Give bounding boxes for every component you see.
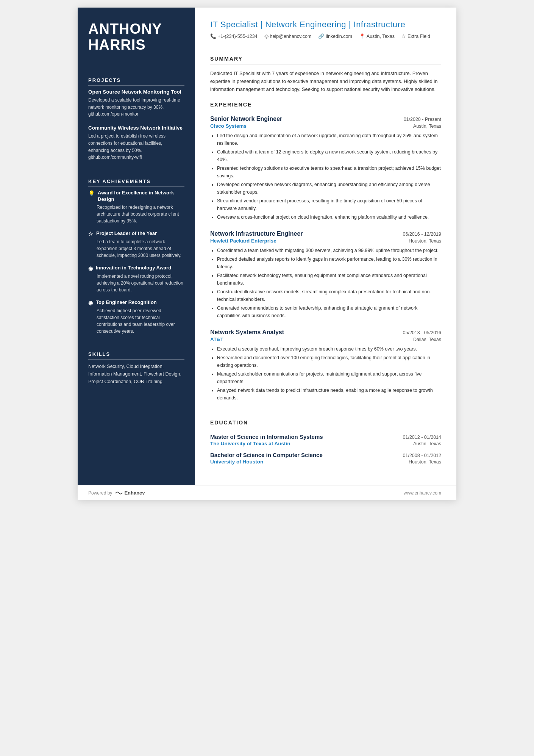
summary-section-label: SUMMARY	[210, 56, 441, 64]
skills-text: Network Security, Cloud Integration, Inf…	[88, 363, 184, 385]
experience-item-2: Network Infrastructure Engineer 06/2016 …	[210, 230, 441, 321]
main-header: IT Specialist | Network Engineering | In…	[210, 20, 441, 39]
achievement-title-2: Project Leader of the Year	[96, 230, 157, 237]
achievement-title-1: Award for Excellence in Network Design	[98, 190, 184, 203]
linkedin-icon: 🔗	[318, 33, 324, 39]
enhancv-logo: Enhancv	[115, 490, 145, 496]
exp-company-3: AT&T	[210, 337, 223, 342]
powered-by-label: Powered by	[88, 490, 112, 496]
exp-dates-2: 06/2016 - 12/2019	[403, 232, 441, 237]
exp-dates-1: 01/2020 - Present	[404, 117, 441, 122]
exp-location-3: Dallas, Texas	[413, 337, 441, 342]
exp-company-row-3: AT&T Dallas, Texas	[210, 337, 441, 342]
footer-right: www.enhancv.com	[404, 490, 441, 496]
contact-phone: 📞 +1-(234)-555-1234	[210, 33, 258, 39]
achievement-icon-1: 💡	[88, 190, 95, 197]
exp-location-1: Austin, Texas	[413, 124, 441, 129]
exp-job-title-1: Senior Network Engineer	[210, 116, 282, 122]
skills-section-label: SKILLS	[88, 351, 184, 360]
bullet: Streamlined vendor procurement processes…	[217, 197, 441, 212]
bullet: Analyzed network data trends to predict …	[217, 387, 441, 402]
project-title-2: Community Wireless Network Initiative	[88, 125, 184, 131]
edu-school-row-2: University of Houston Houston, Texas	[210, 459, 441, 465]
sidebar: ANTHONY HARRIS PROJECTS Open Source Netw…	[78, 8, 195, 485]
exp-job-title-2: Network Infrastructure Engineer	[210, 230, 303, 237]
achievement-header: ☆ Project Leader of the Year	[88, 230, 184, 237]
edu-degree-2: Bachelor of Science in Computer Science	[210, 452, 323, 458]
bullet: Generated recommendations to senior lead…	[217, 304, 441, 319]
education-section-label: EDUCATION	[210, 419, 441, 428]
exp-company-row-2: Hewlett Packard Enterprise Houston, Texa…	[210, 238, 441, 244]
achievement-item: ◉ Top Engineer Recognition Achieved high…	[88, 299, 184, 335]
phone-text: +1-(234)-555-1234	[218, 34, 258, 39]
projects-section-label: PROJECTS	[88, 77, 184, 86]
resume-wrapper: ANTHONY HARRIS PROJECTS Open Source Netw…	[78, 8, 456, 500]
exp-company-2: Hewlett Packard Enterprise	[210, 238, 276, 244]
bullet: Researched and documented over 100 emerg…	[217, 354, 441, 369]
project-item: Open Source Network Monitoring Tool Deve…	[88, 89, 184, 118]
edu-location-2: Houston, Texas	[409, 459, 441, 465]
location-text: Austin, Texas	[367, 34, 395, 39]
exp-company-row-1: Cisco Systems Austin, Texas	[210, 123, 441, 129]
website-text: www.enhancv.com	[404, 490, 441, 496]
brand-name: Enhancv	[124, 490, 145, 496]
exp-header-1: Senior Network Engineer 01/2020 - Presen…	[210, 116, 441, 122]
education-item-2: Bachelor of Science in Computer Science …	[210, 452, 441, 465]
project-title-1: Open Source Network Monitoring Tool	[88, 89, 184, 95]
bullet: Presented technology solutions to execut…	[217, 164, 441, 180]
bullet: Oversaw a cross-functional project on cl…	[217, 213, 441, 221]
experience-section-label: EXPERIENCE	[210, 102, 441, 110]
achievements-section-label: KEY ACHIEVEMENTS	[88, 178, 184, 187]
email-text: help@enhancv.com	[270, 34, 312, 39]
achievement-item: ◉ Innovation in Technology Award Impleme…	[88, 265, 184, 293]
bullet: Managed stakeholder communications for p…	[217, 370, 441, 385]
bullet: Constructed illustrative network models,…	[217, 288, 441, 303]
bullet: Coordinated a team tasked with migrating…	[217, 247, 441, 254]
phone-icon: 📞	[210, 33, 216, 39]
achievement-desc-4: Achieved highest peer-reviewed satisfact…	[88, 307, 184, 335]
project-desc-1: Developed a scalable tool improving real…	[88, 97, 184, 118]
bullet: Produced detailed analysis reports to id…	[217, 255, 441, 271]
achievement-item: ☆ Project Leader of the Year Led a team …	[88, 230, 184, 259]
email-icon: ◎	[264, 33, 269, 39]
achievement-icon-4: ◉	[88, 299, 93, 306]
logo-icon	[115, 490, 123, 496]
exp-bullets-2: Coordinated a team tasked with migrating…	[210, 247, 441, 319]
edu-school-1: The University of Texas at Austin	[210, 441, 290, 446]
candidate-name: ANTHONY HARRIS	[88, 21, 184, 53]
linkedin-text: linkedin.com	[326, 34, 352, 39]
edu-degree-1: Master of Science in Information Systems	[210, 434, 323, 440]
exp-company-1: Cisco Systems	[210, 123, 247, 129]
edu-dates-2: 01/2008 - 01/2012	[403, 453, 441, 458]
resume-body: ANTHONY HARRIS PROJECTS Open Source Netw…	[78, 8, 456, 485]
project-desc-2: Led a project to establish free wireless…	[88, 133, 184, 161]
exp-header-2: Network Infrastructure Engineer 06/2016 …	[210, 230, 441, 237]
bullet: Facilitated network technology tests, en…	[217, 272, 441, 287]
achievement-desc-1: Recognized for redesigning a network arc…	[88, 204, 184, 224]
footer-left: Powered by Enhancv	[88, 490, 145, 496]
exp-bullets-3: Executed a security overhaul, improving …	[210, 345, 441, 402]
name-line1: ANTHONY	[88, 21, 162, 37]
edu-school-row-1: The University of Texas at Austin Austin…	[210, 441, 441, 446]
edu-dates-1: 01/2012 - 01/2014	[403, 435, 441, 440]
star-icon: ☆	[401, 33, 406, 39]
achievement-icon-2: ☆	[88, 230, 93, 237]
contact-extra: ☆ Extra Field	[401, 33, 430, 39]
achievement-title-3: Innovation in Technology Award	[96, 265, 171, 271]
achievement-title-4: Top Engineer Recognition	[96, 299, 157, 306]
main-title: IT Specialist | Network Engineering | In…	[210, 20, 441, 30]
bullet: Developed comprehensive network diagrams…	[217, 181, 441, 196]
achievement-header: ◉ Top Engineer Recognition	[88, 299, 184, 306]
exp-job-title-3: Network Systems Analyst	[210, 329, 284, 336]
achievement-header: ◉ Innovation in Technology Award	[88, 265, 184, 272]
contact-row: 📞 +1-(234)-555-1234 ◎ help@enhancv.com 🔗…	[210, 33, 441, 39]
project-item: Community Wireless Network Initiative Le…	[88, 125, 184, 161]
edu-location-1: Austin, Texas	[413, 441, 441, 446]
contact-linkedin: 🔗 linkedin.com	[318, 33, 352, 39]
resume-footer: Powered by Enhancv www.enhancv.com	[78, 485, 456, 500]
bullet: Led the design and implementation of a n…	[217, 132, 441, 147]
location-icon: 📍	[359, 33, 365, 39]
exp-dates-3: 05/2013 - 05/2016	[403, 330, 441, 335]
edu-header-2: Bachelor of Science in Computer Science …	[210, 452, 441, 458]
achievement-icon-3: ◉	[88, 265, 93, 272]
